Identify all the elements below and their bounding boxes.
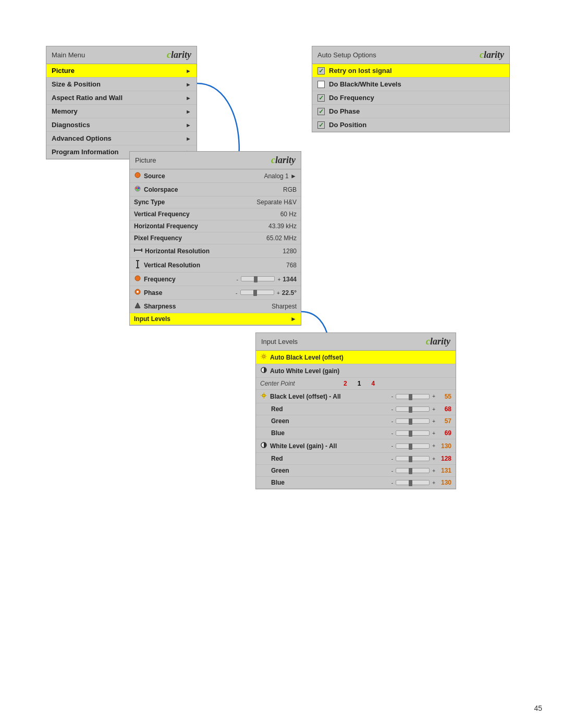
main-menu-item-picture[interactable]: Picture► — [46, 64, 197, 78]
il-controls: - +131 — [391, 467, 451, 474]
menu-item-label: Diagnostics — [52, 121, 90, 129]
il-label: Auto White Level (gain) — [260, 366, 344, 375]
checkbox-checked: ✓ — [317, 94, 325, 102]
row-value: 768 — [286, 262, 297, 269]
row-label: Vertical Frequency — [134, 211, 190, 218]
svg-line-21 — [262, 354, 262, 355]
il-row-blue: Blue- +130 — [256, 477, 456, 489]
cp-num-3: 4 — [371, 380, 375, 387]
il-controls: - +130 — [391, 442, 451, 450]
checkbox-checked: ✓ — [317, 108, 325, 115]
slider-minus: - — [236, 290, 237, 296]
freq-icon — [134, 275, 141, 283]
horiz-res-icon — [134, 246, 142, 255]
slider-track[interactable] — [396, 418, 430, 424]
sharpness-icon — [134, 302, 141, 311]
setup-item-label: Do Frequency — [329, 94, 374, 102]
menu-item-label: Memory — [52, 107, 78, 115]
main-menu-item-advanced-options[interactable]: Advanced Options► — [46, 132, 197, 145]
il-label: Auto Black Level (offset) — [260, 353, 344, 362]
il-row-green: Green- +131 — [256, 465, 456, 477]
setup-item-do-phase[interactable]: ✓Do Phase — [312, 105, 509, 118]
main-menu-item-size-&-position[interactable]: Size & Position► — [46, 78, 197, 91]
slider-minus: - — [391, 406, 393, 412]
slider-minus: - — [391, 418, 393, 424]
il-controls: - +68 — [391, 405, 451, 413]
row-value: 60 Hz — [280, 211, 297, 218]
slider-thumb — [409, 480, 412, 486]
slider-track[interactable] — [396, 394, 430, 399]
picture-menu-header: Picture clarity — [130, 152, 301, 169]
main-menu-title: Main Menu — [52, 51, 85, 59]
main-menu-item-memory[interactable]: Memory► — [46, 105, 197, 118]
slider-track[interactable] — [396, 468, 430, 473]
picture-menu: Picture clarity SourceAnalog 1 ►Colorspa… — [129, 151, 301, 326]
source-icon — [134, 171, 141, 180]
cp-label: Center Point — [260, 380, 344, 387]
slider-thumb — [409, 406, 412, 413]
row-label: Colorspace — [134, 185, 178, 194]
slider-plus: + — [432, 406, 435, 412]
il-row-white-level-(gain)---all: White Level (gain) - All- +130 — [256, 439, 456, 453]
menu-item-arrow: ► — [186, 81, 191, 88]
slider-plus: + — [432, 480, 435, 486]
picture-row-frequency: Frequency- +1344 — [130, 273, 301, 286]
row-value: 43.39 kHz — [268, 223, 297, 230]
il-label: Red — [260, 405, 344, 413]
setup-item-retry-on-lost-signal[interactable]: ✓Retry on lost signal — [312, 64, 509, 78]
il-row-auto-black-level-(offset)[interactable]: Auto Black Level (offset) — [256, 351, 456, 364]
row-label: Vertical Resolution — [134, 260, 200, 270]
row-value: Separate H&V — [256, 199, 297, 206]
setup-item-label: Do Black/White Levels — [329, 80, 401, 88]
picture-row-vertical-frequency: Vertical Frequency60 Hz — [130, 208, 301, 220]
cp-num-1: 2 — [344, 380, 347, 387]
center-point-row: Center Point 2 1 4 — [256, 378, 456, 390]
picture-row-colorspace: ColorspaceRGB — [130, 183, 301, 196]
circle-half-sm-icon — [260, 441, 267, 450]
row-value: Sharpest — [272, 303, 297, 310]
picture-row-horizontal-resolution: Horizontal Resolution1280 — [130, 244, 301, 258]
arrow-icon: ► — [290, 315, 297, 323]
setup-item-do-frequency[interactable]: ✓Do Frequency — [312, 91, 509, 105]
slider-plus: + — [432, 443, 435, 449]
picture-row-horizontal-frequency: Horizontal Frequency43.39 kHz — [130, 220, 301, 232]
il-value: 55 — [437, 393, 451, 400]
main-menu-header: Main Menu clarity — [46, 46, 197, 64]
slider-plus: + — [432, 468, 435, 474]
slider-track[interactable] — [396, 430, 430, 436]
setup-item-label: Do Position — [329, 121, 366, 129]
il-value: 68 — [437, 405, 451, 413]
slider-track[interactable] — [396, 456, 430, 461]
picture-row-sync-type: Sync TypeSeparate H&V — [130, 196, 301, 208]
slider-minus: - — [236, 277, 238, 282]
input-levels-header: Input Levels clarity — [256, 333, 456, 351]
slider-track[interactable] — [396, 406, 430, 412]
setup-item-do-black/white-levels[interactable]: Do Black/White Levels — [312, 78, 509, 91]
il-controls: - +128 — [391, 455, 451, 462]
slider-thumb — [253, 290, 257, 296]
il-row-auto-white-level-(gain): Auto White Level (gain) — [256, 364, 456, 378]
picture-row-input-levels[interactable]: Input Levels ► — [130, 313, 301, 325]
slider-minus: - — [391, 430, 393, 436]
main-menu-item-diagnostics[interactable]: Diagnostics► — [46, 118, 197, 132]
cp-nums: 2 1 4 — [344, 380, 375, 387]
il-row-green: Green- +57 — [256, 415, 456, 427]
picture-menu-logo: clarity — [271, 155, 296, 166]
picture-row-source: SourceAnalog 1 ► — [130, 169, 301, 183]
main-menu-item-aspect-ratio-and-wall[interactable]: Aspect Ratio and Wall► — [46, 91, 197, 105]
slider-thumb — [409, 418, 412, 425]
svg-point-26 — [262, 394, 265, 397]
row-value: Analog 1 ► — [264, 172, 297, 180]
svg-point-5 — [137, 189, 139, 191]
slider-track[interactable] — [396, 443, 430, 449]
slider-track[interactable] — [241, 276, 275, 281]
setup-item-do-position[interactable]: ✓Do Position — [312, 118, 509, 132]
slider-plus: + — [432, 393, 435, 399]
slider-minus: - — [391, 443, 393, 449]
slider-track[interactable] — [240, 290, 274, 295]
row-value: 1280 — [283, 248, 297, 255]
picture-menu-title: Picture — [135, 156, 156, 164]
slider-track[interactable] — [396, 480, 430, 485]
row-label: Horizontal Resolution — [134, 246, 210, 255]
picture-row-pixel-frequency: Pixel Frequency65.02 MHz — [130, 232, 301, 244]
